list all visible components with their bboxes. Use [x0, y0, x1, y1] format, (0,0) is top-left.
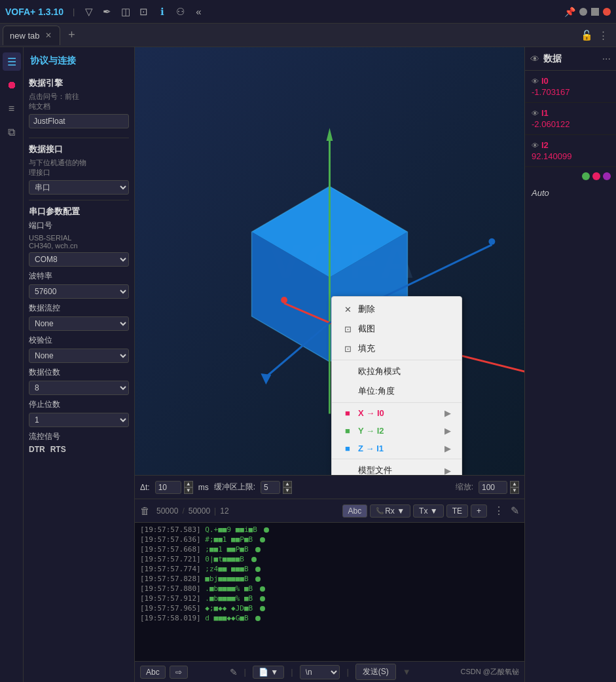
select-databits[interactable]: 8: [29, 381, 129, 395]
cm-model-file[interactable]: 模型文件 ▶: [332, 461, 462, 475]
log-line: [19:57:57.912] .■b■■■■% ■B: [140, 594, 519, 603]
sublabel-port-desc: USB-SERIALCH340, wch.cn: [29, 234, 129, 250]
log-line: [19:57:57.880] .■b■■■■% ■B: [140, 584, 519, 593]
data-value-i0: -1.703167: [532, 87, 609, 97]
select-parity[interactable]: None: [29, 349, 129, 363]
cm-model-file-label: 模型文件: [358, 464, 392, 475]
delta-t-down-button[interactable]: ▼: [184, 487, 193, 494]
zoom-down-button[interactable]: ▼: [510, 487, 519, 494]
sidebar-item-panel[interactable]: ≡: [3, 100, 21, 118]
sidebar-engine-input[interactable]: [29, 114, 129, 128]
cm-x-axis[interactable]: ■ X → I0 ▶: [332, 404, 462, 422]
log-more-icon[interactable]: ⋮: [494, 504, 504, 517]
viewport[interactable]: VOFA: [135, 47, 524, 475]
delta-t-up-button[interactable]: ▲: [184, 481, 193, 487]
minimize-button[interactable]: [579, 8, 587, 16]
log-content[interactable]: [19:57:57.583] Q.+■■9 ■■i■B [19:57:57.63…: [135, 523, 524, 661]
chevrons-left-icon[interactable]: «: [192, 5, 206, 19]
cm-euler[interactable]: 欧拉角模式: [332, 362, 462, 381]
log-counter-right: 50000: [189, 506, 210, 516]
file-icon-button[interactable]: 📄 ▼: [253, 666, 284, 679]
label-port: 端口号: [29, 220, 129, 231]
delta-t-input[interactable]: [155, 481, 181, 494]
log-line: [19:57:57.583] Q.+■■9 ■■i■B: [140, 525, 519, 534]
right-panel: 👁 数据 ··· 👁 I0 -1.703167 👁 I1 -2.060122 👁…: [524, 47, 616, 682]
log-stats: 50000 / 50000 | 12: [154, 506, 232, 516]
dot-purple: [603, 172, 611, 180]
log-abc-button[interactable]: Abc: [140, 666, 166, 679]
tab-label: new tab: [10, 31, 40, 41]
shirt-icon[interactable]: ◫: [118, 5, 133, 19]
funnel-icon[interactable]: ▽: [82, 5, 96, 19]
label-flow: 数据流控: [29, 303, 129, 314]
zoom-up-button[interactable]: ▲: [510, 481, 519, 487]
log-eraser-icon[interactable]: ✎: [511, 504, 519, 517]
right-panel-more[interactable]: ···: [602, 53, 611, 65]
lock-icon[interactable]: 🔓: [581, 29, 593, 41]
select-baud[interactable]: 57600: [29, 284, 129, 299]
tab-new-tab[interactable]: new tab ✕: [3, 26, 60, 45]
fingerprint-icon[interactable]: ⚇: [173, 5, 188, 19]
log-toolbar: 🗑 50000 / 50000 | 12 Abc 📞 Rx ▼ Tx ▼ TE: [135, 499, 524, 523]
cm-z-icon: ■: [342, 444, 353, 453]
cm-screenshot[interactable]: ⊡ 截图: [332, 319, 462, 339]
buffer-down-button[interactable]: ▼: [283, 487, 292, 494]
buffer-input[interactable]: [261, 481, 280, 494]
cm-y-axis[interactable]: ■ Y → I2 ▶: [332, 422, 462, 440]
sidebar: 协议与连接 数据引擎 点击问号：前往纯文档 数据接口 与下位机通信的物理接口 串…: [24, 47, 135, 682]
log-counter-val: 12: [220, 506, 228, 516]
maximize-button[interactable]: [591, 8, 599, 16]
newline-select[interactable]: \n: [300, 665, 340, 679]
log-line: [19:57:57.636] #;■■1 ■■P■B: [140, 535, 519, 544]
more-tabs-icon[interactable]: ⋮: [598, 29, 608, 41]
sidebar-section-interface: 数据接口: [29, 143, 129, 155]
select-stopbits[interactable]: 1: [29, 413, 129, 427]
trash-icon[interactable]: 🗑: [140, 505, 150, 516]
label-stopbits: 停止位数: [29, 399, 129, 410]
log-tab-tx[interactable]: Tx ▼: [413, 504, 444, 518]
svg-marker-6: [327, 128, 333, 141]
select-port[interactable]: COM8: [29, 252, 129, 267]
sidebar-interface-select[interactable]: 串口: [29, 180, 129, 195]
tab-add-button[interactable]: +: [63, 26, 81, 45]
log-paste-button[interactable]: ⇨: [170, 666, 188, 679]
cm-fill[interactable]: ⊡ 填充: [332, 339, 462, 358]
sidebar-engine-desc: 点击问号：前往纯文档: [29, 92, 129, 111]
pen-icon[interactable]: ✒: [100, 5, 115, 19]
log-counter-left: 50000: [156, 506, 178, 516]
cm-fill-label: 填充: [358, 343, 375, 354]
dot-red: [592, 172, 600, 180]
log-tab-abc[interactable]: Abc: [342, 504, 368, 518]
dot-green: [582, 172, 590, 180]
log-tab-te[interactable]: TE: [446, 504, 468, 518]
info-icon[interactable]: ℹ: [155, 5, 170, 19]
buffer-up-button[interactable]: ▲: [283, 481, 292, 487]
pin-icon[interactable]: 📌: [564, 7, 575, 17]
log-tab-rx[interactable]: 📞 Rx ▼: [370, 504, 410, 518]
data-item-i1: 👁 I1 -2.060122: [525, 103, 616, 135]
close-button[interactable]: [603, 8, 611, 16]
log-area: 🗑 50000 / 50000 | 12 Abc 📞 Rx ▼ Tx ▼ TE: [135, 499, 524, 682]
eye-i2-icon: 👁: [532, 142, 539, 149]
clear-drawing-icon[interactable]: ✎: [230, 667, 238, 677]
svg-point-15: [488, 238, 495, 245]
svg-marker-12: [261, 373, 271, 385]
log-line: [19:57:58.019] d ■■■◆◆G■B: [140, 614, 519, 622]
label-baud: 波特率: [29, 271, 129, 282]
tab-close-button[interactable]: ✕: [44, 29, 53, 41]
cm-z-axis[interactable]: ■ Z → I1 ▶: [332, 440, 462, 457]
sidebar-item-record[interactable]: ⏺: [3, 76, 21, 94]
camera-icon[interactable]: ⊡: [137, 5, 151, 19]
cm-delete[interactable]: ✕ 删除: [332, 299, 462, 319]
sidebar-item-protocol[interactable]: ☰: [3, 52, 21, 71]
zoom-input[interactable]: [479, 481, 507, 494]
cm-unit[interactable]: 单位:角度: [332, 381, 462, 401]
cm-z-arrow: ▶: [444, 444, 451, 453]
select-flow[interactable]: None: [29, 316, 129, 331]
main-area: ☰ ⏺ ≡ ⧉ 协议与连接 数据引擎 点击问号：前往纯文档 数据接口 与下位机通…: [0, 47, 616, 682]
send-button[interactable]: 发送(S): [355, 664, 396, 680]
sidebar-item-plugin[interactable]: ⧉: [3, 123, 21, 142]
sidebar-title: 协议与连接: [29, 52, 129, 72]
log-tab-add[interactable]: +: [471, 504, 487, 518]
icon-strip: ☰ ⏺ ≡ ⧉: [0, 47, 24, 682]
